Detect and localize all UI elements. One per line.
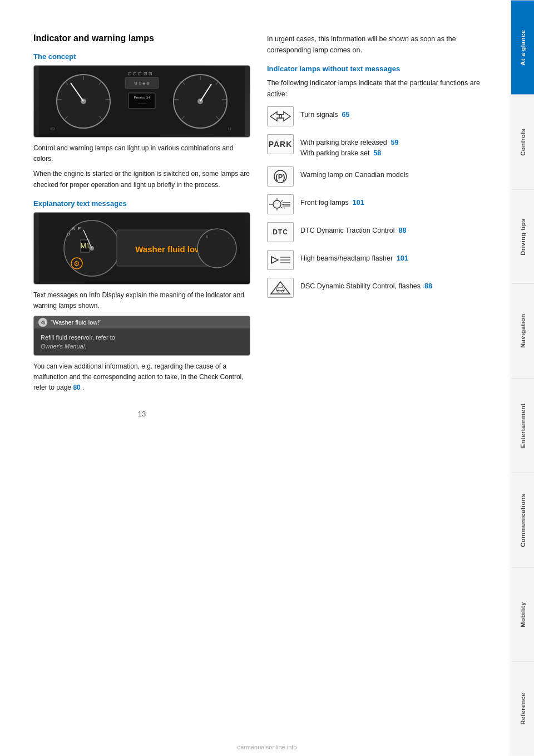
park-label: PARK: [269, 140, 293, 149]
warning-display-header: ⚙ "Washer fluid low!": [34, 316, 250, 328]
dtc-icon: DTC: [267, 222, 294, 242]
svg-line-55: [281, 207, 283, 208]
dsc-page[interactable]: 88: [424, 282, 432, 290]
body-text-4-end: .: [82, 384, 84, 391]
sidebar-tab-at-a-glance[interactable]: At a glance: [511, 0, 534, 95]
svg-marker-48: [279, 112, 290, 121]
svg-text:⚙ ⊙ ◈ ⊕: ⚙ ⊙ ◈ ⊕: [134, 81, 150, 85]
indicator-intro: The following indicator lamps indicate t…: [267, 77, 494, 100]
warning-title: "Washer fluid low!": [51, 319, 101, 326]
svg-text:M1: M1: [81, 242, 90, 250]
svg-text:-: -: [67, 226, 68, 231]
warning-footer: Owner's Manual.: [41, 343, 243, 350]
indicator-park-brake: PARK With parking brake released 59 With…: [267, 134, 494, 159]
turn-signals-icon: [267, 106, 294, 126]
dashboard-image: ⚙ ⊙ ◈ ⊕ Protect LH -- -- --: [33, 65, 250, 138]
svg-point-43: [197, 229, 236, 268]
body-text-2: When the engine is started or the igniti…: [33, 169, 250, 190]
sidebar: At a glance Controls Driving tips Naviga…: [511, 0, 534, 756]
svg-text:.: .: [214, 231, 215, 235]
svg-marker-47: [270, 112, 281, 121]
svg-marker-65: [271, 282, 290, 294]
svg-text:6: 6: [206, 235, 208, 239]
sidebar-tab-communications[interactable]: Communications: [511, 473, 534, 567]
fog-lamps-page[interactable]: 101: [353, 199, 364, 207]
dtc-text: DTC Dynamic Traction Control 88: [300, 222, 406, 236]
svg-text:N: N: [72, 226, 76, 231]
indicator-turn-signals: Turn signals 65: [267, 106, 494, 126]
park-icon: PARK: [267, 134, 294, 154]
sidebar-tab-reference[interactable]: Reference: [511, 661, 534, 756]
page-title: Indicator and warning lamps: [33, 33, 250, 43]
info-display-image: M1 - N P D ⚙ Washer fluid low! 6 . .: [33, 212, 250, 284]
svg-text:IO: IO: [50, 126, 55, 131]
turn-signals-page[interactable]: 65: [342, 111, 350, 119]
explanatory-subtitle: Explanatory text messages: [33, 199, 250, 208]
warning-icon: ⚙: [38, 318, 47, 327]
svg-text:.: .: [228, 235, 229, 239]
body-text-1: Control and warning lamps can light up i…: [33, 143, 250, 164]
sidebar-tab-navigation[interactable]: Navigation: [511, 283, 534, 378]
check-control-link[interactable]: 80: [73, 384, 80, 391]
high-beams-page[interactable]: 101: [397, 254, 408, 262]
body-text-4-main: You can view additional information, e.g…: [33, 362, 244, 391]
body-text-4: You can view additional information, e.g…: [33, 361, 250, 394]
concept-subtitle: The concept: [33, 52, 250, 61]
svg-line-53: [281, 200, 283, 202]
canadian-warning-text: Warning lamp on Canadian models: [300, 166, 409, 180]
svg-text:U: U: [228, 126, 231, 131]
indicator-dtc: DTC DTC Dynamic Traction Control 88: [267, 222, 494, 242]
watermark: carmanualsonline.info: [237, 744, 296, 750]
indicator-section-title: Indicator lamps without text messages: [267, 65, 494, 73]
page-number: 13: [33, 410, 250, 418]
dtc-label: DTC: [273, 228, 288, 236]
park-released-page[interactable]: 59: [391, 139, 399, 146]
sidebar-tab-entertainment[interactable]: Entertainment: [511, 378, 534, 473]
svg-text:-- -- --: -- -- --: [139, 101, 146, 105]
svg-text:⚙: ⚙: [73, 259, 80, 268]
high-beams-text: High beams/headlamp flasher 101: [300, 250, 408, 264]
svg-text:Protect LH: Protect LH: [134, 96, 150, 99]
indicator-fog-lamps: Front fog lamps 101: [267, 194, 494, 214]
svg-text:(P): (P): [275, 173, 285, 181]
svg-text:Washer fluid low!: Washer fluid low!: [135, 244, 204, 254]
sidebar-tab-driving-tips[interactable]: Driving tips: [511, 189, 534, 284]
dsc-text: DSC Dynamic Stability Control, flashes 8…: [300, 278, 432, 292]
svg-point-51: [273, 200, 281, 208]
indicator-high-beams: High beams/headlamp flasher 101: [267, 250, 494, 270]
dtc-page[interactable]: 88: [398, 227, 406, 234]
high-beams-icon: [267, 250, 294, 270]
fog-lamps-icon: [267, 194, 294, 214]
warning-body: Refill fluid reservoir, refer to: [41, 333, 243, 343]
canadian-warning-icon: (P): [267, 166, 294, 186]
dsc-icon: [267, 278, 294, 298]
sidebar-tab-mobility[interactable]: Mobility: [511, 567, 534, 662]
svg-line-69: [281, 286, 283, 287]
park-set-page[interactable]: 58: [373, 149, 381, 157]
body-text-3: Text messages on Info Display explain th…: [33, 290, 250, 311]
indicator-canadian-warning: (P) Warning lamp on Canadian models: [267, 166, 494, 186]
svg-text:P: P: [78, 226, 81, 231]
right-intro-text: In urgent cases, this information will b…: [267, 33, 494, 56]
indicator-dsc: DSC Dynamic Stability Control, flashes 8…: [267, 278, 494, 298]
warning-line1: Refill fluid reservoir, refer to: [41, 334, 115, 341]
warning-display: ⚙ "Washer fluid low!" Refill fluid reser…: [33, 316, 250, 356]
svg-text:D: D: [67, 232, 70, 237]
svg-text:⊡ ⊡ ⊡ ⊡ ⊡: ⊡ ⊡ ⊡ ⊡ ⊡: [128, 71, 152, 76]
turn-signals-text: Turn signals 65: [300, 106, 349, 120]
park-text: With parking brake released 59 With park…: [300, 134, 399, 159]
sidebar-tab-controls[interactable]: Controls: [511, 95, 534, 189]
fog-lamps-text: Front fog lamps 101: [300, 194, 364, 208]
